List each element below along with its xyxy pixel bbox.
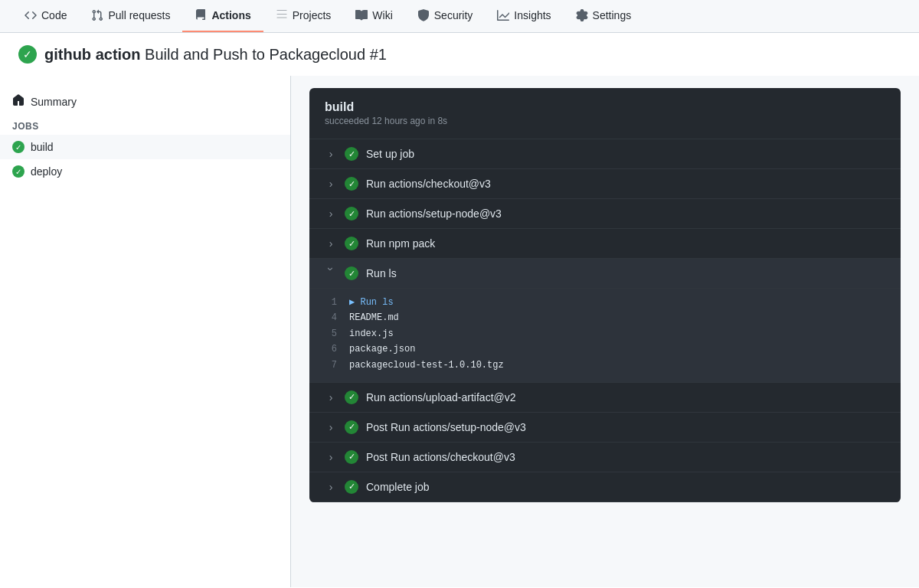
actions-icon (195, 9, 207, 21)
step-post-run-checkout[interactable]: › ✓ Post Run actions/checkout@v3 (309, 443, 901, 472)
step-post-run-setup-node-label: Post Run actions/setup-node@v3 (366, 421, 526, 433)
nav-insights[interactable]: Insights (485, 0, 563, 32)
projects-icon (276, 9, 288, 21)
sidebar-job-deploy[interactable]: ✓ deploy (0, 159, 290, 184)
security-icon (417, 9, 430, 21)
line-content-4: README.md (349, 310, 399, 325)
nav-wiki[interactable]: Wiki (343, 0, 404, 32)
pull-request-icon (91, 9, 103, 21)
main-layout: Summary Jobs ✓ build ✓ deploy build succ… (0, 76, 919, 587)
chevron-down-icon: › (325, 267, 337, 279)
nav-code[interactable]: Code (12, 0, 79, 32)
sidebar-summary-label: Summary (31, 96, 77, 108)
chevron-right-icon-8: › (325, 481, 337, 493)
code-line-4: 4 README.md (325, 310, 885, 325)
line-content-6: package.json (349, 341, 415, 357)
step-run-checkout-label: Run actions/checkout@v3 (366, 178, 491, 190)
sidebar-job-build-label: build (31, 141, 54, 153)
step-post-run-checkout-label: Post Run actions/checkout@v3 (366, 451, 515, 463)
line-number-1: 1 (325, 295, 337, 310)
chevron-right-icon-6: › (325, 421, 337, 433)
line-content-7: packagecloud-test-1.0.10.tgz (349, 358, 504, 373)
settings-icon (576, 9, 588, 21)
job-deploy-status-icon: ✓ (12, 165, 25, 178)
home-icon (12, 94, 25, 109)
code-line-6: 6 package.json (325, 341, 885, 357)
step-run-ls-label: Run ls (366, 267, 397, 279)
chevron-right-icon-5: › (325, 391, 337, 403)
chevron-right-icon-4: › (325, 237, 337, 250)
sidebar-job-build[interactable]: ✓ build (0, 135, 290, 159)
nav-projects-label: Projects (293, 9, 332, 21)
chevron-right-icon-7: › (325, 451, 337, 463)
step-set-up-job-status: ✓ (345, 147, 358, 161)
nav-wiki-label: Wiki (372, 9, 392, 21)
code-line-5: 5 index.js (325, 326, 885, 341)
nav-actions-label: Actions (211, 9, 250, 21)
nav-code-label: Code (41, 9, 67, 21)
code-icon (25, 9, 37, 21)
sidebar-job-deploy-label: deploy (31, 165, 62, 178)
step-set-up-job[interactable]: › ✓ Set up job (309, 139, 901, 169)
line-number-6: 6 (325, 341, 337, 357)
step-complete-job-status: ✓ (345, 480, 358, 494)
job-build-status-icon: ✓ (12, 141, 25, 153)
sidebar: Summary Jobs ✓ build ✓ deploy (0, 76, 291, 587)
jobs-label: Jobs (0, 115, 290, 135)
insights-icon (497, 9, 509, 21)
step-run-upload-artifact-status: ✓ (345, 390, 358, 404)
step-run-upload-artifact-label: Run actions/upload-artifact@v2 (366, 391, 516, 403)
line-content-5: index.js (349, 326, 394, 341)
content-area: build succeeded 12 hours ago in 8s › ✓ S… (291, 76, 919, 587)
step-post-run-setup-node-status: ✓ (345, 420, 358, 434)
code-line-1: 1 ▶ Run ls (325, 295, 885, 310)
build-panel-title: build (325, 100, 885, 114)
nav-pull-requests-label: Pull requests (108, 9, 170, 21)
run-ls-code-block: 1 ▶ Run ls 4 README.md 5 index.js 6 pack… (309, 289, 901, 383)
step-complete-job-label: Complete job (366, 481, 430, 493)
step-run-setup-node-status: ✓ (345, 207, 358, 220)
page-title: github action Build and Push to Packagec… (44, 46, 387, 64)
nav-security[interactable]: Security (405, 0, 486, 32)
nav-projects[interactable]: Projects (263, 0, 344, 32)
step-run-setup-node[interactable]: › ✓ Run actions/setup-node@v3 (309, 199, 901, 229)
nav-settings-label: Settings (593, 9, 632, 21)
step-run-ls[interactable]: › ✓ Run ls (309, 259, 901, 289)
sidebar-summary[interactable]: Summary (0, 88, 290, 115)
step-run-checkout[interactable]: › ✓ Run actions/checkout@v3 (309, 169, 901, 199)
chevron-right-icon-3: › (325, 207, 337, 220)
step-complete-job[interactable]: › ✓ Complete job (309, 472, 901, 502)
chevron-right-icon: › (325, 148, 337, 160)
step-run-setup-node-label: Run actions/setup-node@v3 (366, 207, 502, 220)
step-post-run-setup-node[interactable]: › ✓ Post Run actions/setup-node@v3 (309, 413, 901, 443)
page-header: ✓ github action Build and Push to Packag… (0, 33, 919, 76)
build-panel: build succeeded 12 hours ago in 8s › ✓ S… (309, 88, 901, 502)
step-post-run-checkout-status: ✓ (345, 450, 358, 464)
code-line-7: 7 packagecloud-test-1.0.10.tgz (325, 358, 885, 373)
step-set-up-job-label: Set up job (366, 148, 414, 160)
step-run-npm-pack-label: Run npm pack (366, 237, 435, 250)
workflow-status-icon: ✓ (18, 45, 37, 64)
step-run-npm-pack[interactable]: › ✓ Run npm pack (309, 229, 901, 259)
nav-security-label: Security (434, 9, 473, 21)
chevron-right-icon-2: › (325, 178, 337, 190)
line-number-5: 5 (325, 326, 337, 341)
step-run-npm-pack-status: ✓ (345, 237, 358, 250)
build-panel-header: build succeeded 12 hours ago in 8s (309, 88, 901, 139)
step-run-ls-status: ✓ (345, 266, 358, 280)
line-content-1: ▶ Run ls (349, 295, 394, 310)
step-run-upload-artifact[interactable]: › ✓ Run actions/upload-artifact@v2 (309, 383, 901, 413)
top-nav: Code Pull requests Actions Projects (0, 0, 919, 33)
line-number-4: 4 (325, 310, 337, 325)
nav-pull-requests[interactable]: Pull requests (79, 0, 182, 32)
nav-insights-label: Insights (514, 9, 551, 21)
wiki-icon (355, 9, 368, 21)
nav-settings[interactable]: Settings (564, 0, 644, 32)
step-run-checkout-status: ✓ (345, 177, 358, 191)
line-number-7: 7 (325, 358, 337, 373)
build-panel-subtitle: succeeded 12 hours ago in 8s (325, 116, 885, 126)
nav-actions[interactable]: Actions (182, 0, 263, 32)
